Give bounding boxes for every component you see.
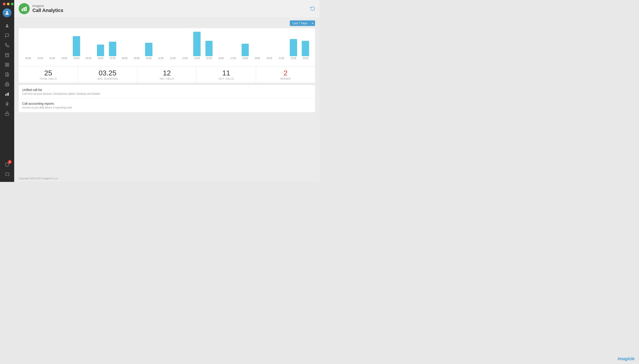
- close-button[interactable]: [3, 3, 6, 5]
- bar-slot-16: [215, 32, 227, 56]
- bar-slot-4: [70, 32, 82, 56]
- header-right: [310, 6, 315, 12]
- svg-rect-7: [6, 63, 7, 64]
- sidebar-item-chat[interactable]: [3, 32, 11, 40]
- bar-slot-2: [46, 32, 58, 56]
- sidebar-item-contacts[interactable]: [3, 70, 11, 78]
- sidebar-item-cast[interactable]: [3, 170, 11, 178]
- svg-rect-14: [6, 94, 6, 96]
- maximize-button[interactable]: [11, 3, 14, 5]
- app-header: Imagicle Call Analytics: [14, 0, 320, 17]
- chart-label-20: 20:00: [263, 57, 275, 60]
- bar-slot-18: [239, 32, 251, 56]
- svg-point-1: [6, 24, 8, 26]
- chart-label-11: 11:00: [155, 57, 167, 60]
- bar-14: [193, 32, 200, 56]
- sidebar-item-profile[interactable]: [3, 22, 11, 30]
- chart-label-10: 10:00: [143, 57, 155, 60]
- stat-label-3: OUT. CALLS: [198, 78, 254, 80]
- sidebar-item-print[interactable]: [3, 80, 11, 88]
- bar-slot-5: [82, 32, 94, 56]
- bar-slot-8: [119, 32, 131, 56]
- svg-rect-8: [8, 63, 9, 64]
- stat-number-4: 2: [258, 69, 313, 77]
- chart-label-6: 06:00: [94, 57, 106, 60]
- chart-label-17: 17:00: [227, 57, 239, 60]
- sidebar-item-phone[interactable]: [3, 41, 11, 49]
- stat-number-1: 03.25: [80, 69, 135, 77]
- stat-item-1: 03.25AVG. DURATION: [78, 66, 137, 83]
- svg-rect-10: [8, 65, 9, 66]
- svg-rect-16: [8, 92, 9, 96]
- copyright-text: Copyright 2010-2021 Imagicle S.p.a.: [19, 177, 58, 180]
- svg-point-0: [6, 11, 8, 13]
- chart-label-13: 13:00: [179, 57, 191, 60]
- bar-22: [290, 39, 297, 56]
- stat-label-2: INC. CALLS: [139, 78, 194, 80]
- sidebar: 29: [0, 0, 14, 182]
- link-desc-0: Call from all your devices: Deskphone,Ja…: [22, 92, 312, 96]
- bar-slot-13: [179, 32, 191, 56]
- bar-slot-9: [131, 32, 143, 56]
- chart-label-12: 12:00: [167, 57, 179, 60]
- sidebar-item-microphone[interactable]: [3, 100, 11, 108]
- chart-label-19: 19:00: [251, 57, 263, 60]
- footer: Copyright 2010-2021 Imagicle S.p.a.: [14, 175, 320, 182]
- stat-label-4: MISSED: [258, 78, 313, 80]
- stat-item-2: 12INC. CALLS: [137, 66, 196, 83]
- bar-slot-10: [143, 32, 155, 56]
- date-filter-select[interactable]: Today Last 7 days Last 30 days Last 90 d…: [290, 20, 315, 26]
- stat-number-3: 11: [198, 69, 254, 77]
- link-title-0: Unified call list: [22, 88, 312, 92]
- svg-rect-9: [6, 65, 7, 66]
- minimize-button[interactable]: [7, 3, 10, 5]
- sidebar-bottom: 1: [3, 160, 11, 179]
- date-filter-wrapper[interactable]: Today Last 7 days Last 30 days Last 90 d…: [290, 20, 315, 26]
- notification-count: 1: [8, 160, 12, 164]
- bar-slot-21: [275, 32, 287, 56]
- svg-text:29: 29: [7, 55, 8, 56]
- filter-bar: Today Last 7 days Last 30 days Last 90 d…: [19, 20, 315, 26]
- bar-slot-20: [263, 32, 275, 56]
- bar-6: [97, 44, 104, 56]
- stats-row: 25TOTAL CALLS03.25AVG. DURATION12INC. CA…: [19, 66, 315, 83]
- bar-slot-15: [203, 32, 215, 56]
- bar-slot-19: [251, 32, 263, 56]
- chart-label-1: 01:00: [34, 57, 46, 60]
- bar-15: [206, 41, 213, 56]
- stat-label-1: AVG. DURATION: [80, 78, 135, 80]
- sidebar-item-calendar[interactable]: 29: [3, 51, 11, 59]
- main-content: Imagicle Call Analytics Today Last 7 day…: [14, 0, 320, 182]
- bar-slot-11: [155, 32, 167, 56]
- sync-icon[interactable]: [310, 6, 315, 12]
- bar-23: [302, 41, 309, 56]
- bar-18: [242, 44, 249, 56]
- svg-rect-13: [6, 85, 8, 86]
- sidebar-item-lock[interactable]: [3, 110, 11, 118]
- link-item-1[interactable]: Call accounting reportsAccess to you Bil…: [19, 99, 315, 112]
- sidebar-item-grid[interactable]: [3, 61, 11, 69]
- chart-card: 00:0001:0002:0003:0004:0005:0006:0007:00…: [19, 28, 315, 66]
- bar-4: [73, 36, 80, 56]
- svg-rect-20: [6, 113, 9, 115]
- chart-label-21: 21:00: [275, 57, 287, 60]
- chart-label-4: 04:00: [70, 57, 82, 60]
- stat-item-4: 2MISSED: [256, 66, 315, 83]
- chart-label-23: 23:00: [300, 57, 312, 60]
- stat-item-3: 11OUT. CALLS: [196, 66, 256, 83]
- chart-labels: 00:0001:0002:0003:0004:0005:0006:0007:00…: [22, 57, 312, 60]
- chart-label-3: 03:00: [58, 57, 70, 60]
- chart-label-16: 16:00: [215, 57, 227, 60]
- bar-slot-7: [106, 32, 118, 56]
- chart-label-15: 15:00: [203, 57, 215, 60]
- stat-label-0: TOTAL CALLS: [20, 78, 76, 80]
- logo-circle: [19, 3, 30, 14]
- avatar[interactable]: [3, 8, 12, 17]
- sidebar-item-analytics[interactable]: [3, 90, 11, 98]
- chart-label-2: 02:00: [46, 57, 58, 60]
- bar-slot-12: [167, 32, 179, 56]
- chart-label-0: 00:00: [22, 57, 34, 60]
- link-item-0[interactable]: Unified call listCall from all your devi…: [19, 85, 315, 99]
- bars-area: [22, 32, 312, 56]
- sidebar-item-info[interactable]: 1: [3, 160, 11, 168]
